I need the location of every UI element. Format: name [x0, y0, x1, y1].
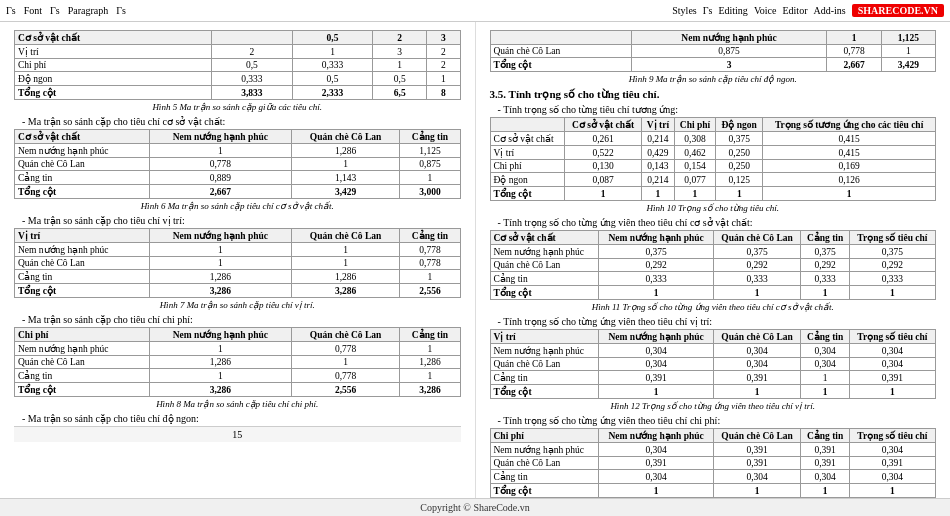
toolbar-label-3: Γs [116, 5, 126, 16]
cell: 0,778 [827, 45, 881, 58]
cell: 1 [763, 187, 936, 201]
table-row: Tổng cột 1 1 1 1 [490, 286, 936, 300]
fig11-col0: Cơ sở vật chất [490, 231, 599, 245]
cell: 0,391 [713, 443, 801, 457]
styles-label: Styles [672, 5, 696, 16]
cell: 1 [373, 59, 427, 72]
cell: Cảng tin [490, 470, 599, 484]
cell: 2,667 [150, 185, 292, 199]
toolbar-label-2: Γs [50, 5, 60, 16]
fig12-col4: Trọng số tiêu chí [849, 330, 935, 344]
cell: 0,304 [599, 443, 713, 457]
cell: 1 [801, 371, 849, 385]
fig8-caption: Hình 8 Ma trận so sánh cặp tiêu chí chi … [14, 399, 461, 409]
cell: 3,429 [881, 58, 935, 72]
fig10-table: Cơ sở vật chất Vị trí Chi phí Độ ngon Tr… [490, 117, 937, 201]
cell: 0,304 [849, 358, 935, 371]
table-row: Quán chè Cô Lan 0,391 0,391 0,391 0,391 [490, 457, 936, 470]
cell: 0,292 [801, 259, 849, 272]
cell: Tổng cột [490, 187, 565, 201]
cell: 1 [150, 369, 292, 383]
cell: 3,286 [150, 383, 292, 397]
table-row: Nem nướng hạnh phúc 1 1 0,778 [15, 243, 461, 257]
cell: 0,154 [674, 160, 716, 173]
cell: Cảng tin [490, 371, 599, 385]
cell: 0,429 [642, 146, 675, 160]
cell: 0,130 [565, 160, 642, 173]
fig6-col2: Quán chè Cô Lan [291, 130, 400, 144]
fig10-col4: Độ ngon [716, 118, 763, 132]
footer: Copyright © ShareCode.vn [0, 498, 950, 516]
table-row: Tổng cột 3 2,667 3,429 [490, 58, 936, 72]
cell: Nem nướng hạnh phúc [15, 243, 150, 257]
fig5-col4: 3 [427, 31, 460, 45]
cell: 0,304 [801, 344, 849, 358]
section-label-3: - Ma trận so sánh cặp cho tiêu chí chi p… [22, 314, 461, 325]
cell: 0,304 [599, 344, 713, 358]
fig8-col3: Cảng tin [400, 328, 460, 342]
cell: 0,391 [849, 371, 935, 385]
cell: 1 [150, 342, 292, 356]
cell: Nem nướng hạnh phúc [490, 245, 599, 259]
fig10-col0 [490, 118, 565, 132]
cell: 0,889 [150, 171, 292, 185]
cell: 1 [400, 342, 460, 356]
table-row: Vị trí 2 1 3 2 [15, 45, 461, 59]
cell: 1 [674, 187, 716, 201]
cell: 0,415 [763, 132, 936, 146]
cell: Độ ngon [490, 173, 565, 187]
toolbar-label-1: Γs [6, 5, 16, 16]
cell: 0,261 [565, 132, 642, 146]
cell: 0,214 [642, 173, 675, 187]
section-label-a: - Tính trọng số cho từng tiêu chí tương … [498, 104, 937, 115]
fig6-caption: Hình 6 Ma trận so sánh cặp tiêu chí cơ s… [14, 201, 461, 211]
cell: Cảng tin [15, 270, 150, 284]
cell: 1,125 [400, 144, 460, 158]
table-row: Quán chè Cô Lan 1,286 1 1,286 [15, 356, 461, 369]
fig13-col4: Trọng số tiêu chí [849, 429, 935, 443]
cell: 3 [373, 45, 427, 59]
cell: 1 [291, 257, 400, 270]
fig7-col1: Nem nướng hạnh phúc [150, 229, 292, 243]
fig5-col0: Cơ sở vật chất [15, 31, 212, 45]
cell: 0,391 [849, 457, 935, 470]
cell: 1 [292, 45, 373, 59]
table-row: Quán chè Cô Lan 0,292 0,292 0,292 0,292 [490, 259, 936, 272]
fig9-table: Nem nướng hạnh phúc 1 1,125 Quán chè Cô … [490, 30, 937, 72]
cell: 1 [150, 243, 292, 257]
fig7-col3: Cảng tin [400, 229, 460, 243]
table-row: Cảng tin 1 0,778 1 [15, 369, 461, 383]
cell: 1 [291, 356, 400, 369]
table-row: Quán chè Cô Lan 1 1 0,778 [15, 257, 461, 270]
cell: 2 [427, 45, 460, 59]
cell: 3,286 [291, 284, 400, 298]
cell: 0,304 [849, 470, 935, 484]
fig9-col2: 1 [827, 31, 881, 45]
cell: 1 [881, 45, 935, 58]
cell: 0,375 [599, 245, 713, 259]
table-row: Tổng cột 2,667 3,429 3,000 [15, 185, 461, 199]
cell: 0,778 [400, 257, 460, 270]
fig12-col1: Nem nướng hạnh phúc [599, 330, 713, 344]
fig9-caption: Hình 9 Ma trận so sánh cặp tiêu chí độ n… [490, 74, 937, 84]
fig8-table: Chi phí Nem nướng hạnh phúc Quán chè Cô … [14, 327, 461, 397]
cell: 1 [713, 484, 801, 498]
fig12-col3: Cảng tin [801, 330, 849, 344]
cell: 0,391 [801, 443, 849, 457]
table-row: Chi phí 0,5 0,333 1 2 [15, 59, 461, 72]
fig11-col3: Cảng tin [801, 231, 849, 245]
cell: 1 [291, 158, 400, 171]
cell: 2,333 [292, 86, 373, 100]
table-row: Nem nướng hạnh phúc 0,375 0,375 0,375 0,… [490, 245, 936, 259]
fig5-table: Cơ sở vật chất 0,5 2 3 Vị trí 2 1 3 2 Ch… [14, 30, 461, 100]
cell: Tổng cột [490, 385, 599, 399]
fig7-col2: Quán chè Cô Lan [291, 229, 400, 243]
cell: 3,429 [291, 185, 400, 199]
cell: Chi phí [490, 160, 565, 173]
editing-label: Editing [718, 5, 747, 16]
toolbar-label-4: Γs [703, 5, 713, 16]
fig5-caption: Hình 5 Ma trận so sánh cặp giữa các tiêu… [14, 102, 461, 112]
fig9-col0 [490, 31, 631, 45]
table-row: Cảng tin 0,333 0,333 0,333 0,333 [490, 272, 936, 286]
fig13-table: Chi phí Nem nướng hạnh phúc Quán chè Cô … [490, 428, 937, 498]
